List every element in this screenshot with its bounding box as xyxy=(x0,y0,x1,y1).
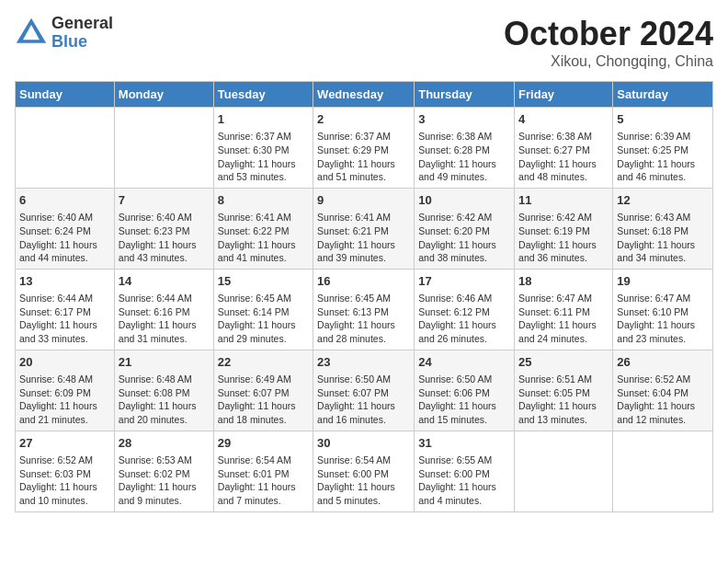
calendar-cell: 28Sunrise: 6:53 AM Sunset: 6:02 PM Dayli… xyxy=(114,431,213,511)
page-header: General Blue October 2024 Xikou, Chongqi… xyxy=(15,15,713,70)
day-info: Sunrise: 6:54 AM Sunset: 6:01 PM Dayligh… xyxy=(218,454,309,508)
day-info: Sunrise: 6:38 AM Sunset: 6:28 PM Dayligh… xyxy=(418,130,510,184)
calendar-cell: 4Sunrise: 6:38 AM Sunset: 6:27 PM Daylig… xyxy=(515,108,613,189)
day-number: 7 xyxy=(119,192,210,209)
day-info: Sunrise: 6:46 AM Sunset: 6:12 PM Dayligh… xyxy=(418,292,510,346)
header-cell-thursday: Thursday xyxy=(415,82,515,108)
day-number: 22 xyxy=(218,354,309,371)
day-number: 2 xyxy=(317,111,410,128)
logo-line2: Blue xyxy=(51,33,113,52)
calendar-cell: 7Sunrise: 6:40 AM Sunset: 6:23 PM Daylig… xyxy=(114,188,213,269)
header-row: SundayMondayTuesdayWednesdayThursdayFrid… xyxy=(16,82,713,108)
header-cell-wednesday: Wednesday xyxy=(313,82,415,108)
calendar-cell: 14Sunrise: 6:44 AM Sunset: 6:16 PM Dayli… xyxy=(114,269,213,350)
day-info: Sunrise: 6:37 AM Sunset: 6:29 PM Dayligh… xyxy=(317,130,410,184)
day-info: Sunrise: 6:55 AM Sunset: 6:00 PM Dayligh… xyxy=(418,454,510,508)
day-info: Sunrise: 6:49 AM Sunset: 6:07 PM Dayligh… xyxy=(218,373,309,427)
calendar-cell: 23Sunrise: 6:50 AM Sunset: 6:07 PM Dayli… xyxy=(313,350,415,431)
day-info: Sunrise: 6:42 AM Sunset: 6:20 PM Dayligh… xyxy=(418,211,510,265)
day-number: 31 xyxy=(418,435,510,452)
calendar-cell: 16Sunrise: 6:45 AM Sunset: 6:13 PM Dayli… xyxy=(313,269,415,350)
calendar-cell xyxy=(114,108,213,189)
day-info: Sunrise: 6:50 AM Sunset: 6:06 PM Dayligh… xyxy=(418,373,510,427)
day-number: 23 xyxy=(317,354,410,371)
logo: General Blue xyxy=(15,15,113,52)
day-number: 29 xyxy=(218,435,309,452)
calendar-cell: 17Sunrise: 6:46 AM Sunset: 6:12 PM Dayli… xyxy=(415,269,515,350)
calendar-cell xyxy=(16,108,115,189)
day-number: 24 xyxy=(418,354,510,371)
day-number: 30 xyxy=(317,435,410,452)
calendar-cell: 6Sunrise: 6:40 AM Sunset: 6:24 PM Daylig… xyxy=(16,188,115,269)
day-info: Sunrise: 6:37 AM Sunset: 6:30 PM Dayligh… xyxy=(218,130,309,184)
day-info: Sunrise: 6:51 AM Sunset: 6:05 PM Dayligh… xyxy=(518,373,609,427)
day-info: Sunrise: 6:54 AM Sunset: 6:00 PM Dayligh… xyxy=(317,454,410,508)
calendar-cell: 2Sunrise: 6:37 AM Sunset: 6:29 PM Daylig… xyxy=(313,108,415,189)
calendar-cell: 30Sunrise: 6:54 AM Sunset: 6:00 PM Dayli… xyxy=(313,431,415,511)
calendar-cell: 5Sunrise: 6:39 AM Sunset: 6:25 PM Daylig… xyxy=(613,108,713,189)
header-cell-monday: Monday xyxy=(114,82,213,108)
day-number: 20 xyxy=(19,354,110,371)
logo-icon xyxy=(15,17,48,50)
day-info: Sunrise: 6:47 AM Sunset: 6:11 PM Dayligh… xyxy=(518,292,609,346)
day-info: Sunrise: 6:43 AM Sunset: 6:18 PM Dayligh… xyxy=(617,211,709,265)
day-info: Sunrise: 6:48 AM Sunset: 6:08 PM Dayligh… xyxy=(119,373,210,427)
day-number: 27 xyxy=(19,435,110,452)
calendar-cell: 1Sunrise: 6:37 AM Sunset: 6:30 PM Daylig… xyxy=(213,108,313,189)
calendar-cell: 31Sunrise: 6:55 AM Sunset: 6:00 PM Dayli… xyxy=(415,431,515,511)
title-block: October 2024 Xikou, Chongqing, China xyxy=(504,15,713,70)
day-info: Sunrise: 6:41 AM Sunset: 6:22 PM Dayligh… xyxy=(218,211,309,265)
logo-text: General Blue xyxy=(51,15,113,52)
calendar-table: SundayMondayTuesdayWednesdayThursdayFrid… xyxy=(15,81,713,512)
day-number: 19 xyxy=(617,273,709,290)
calendar-header: SundayMondayTuesdayWednesdayThursdayFrid… xyxy=(16,82,713,108)
day-number: 26 xyxy=(617,354,709,371)
calendar-cell: 3Sunrise: 6:38 AM Sunset: 6:28 PM Daylig… xyxy=(415,108,515,189)
day-number: 5 xyxy=(617,111,709,128)
day-number: 4 xyxy=(518,111,609,128)
day-number: 1 xyxy=(218,111,309,128)
day-info: Sunrise: 6:41 AM Sunset: 6:21 PM Dayligh… xyxy=(317,211,410,265)
day-info: Sunrise: 6:44 AM Sunset: 6:16 PM Dayligh… xyxy=(119,292,210,346)
day-number: 9 xyxy=(317,192,410,209)
header-cell-saturday: Saturday xyxy=(613,82,713,108)
calendar-cell: 11Sunrise: 6:42 AM Sunset: 6:19 PM Dayli… xyxy=(515,188,613,269)
day-number: 28 xyxy=(119,435,210,452)
calendar-cell: 10Sunrise: 6:42 AM Sunset: 6:20 PM Dayli… xyxy=(415,188,515,269)
day-number: 18 xyxy=(518,273,609,290)
day-info: Sunrise: 6:44 AM Sunset: 6:17 PM Dayligh… xyxy=(19,292,110,346)
day-number: 10 xyxy=(418,192,510,209)
calendar-cell: 26Sunrise: 6:52 AM Sunset: 6:04 PM Dayli… xyxy=(613,350,713,431)
calendar-week-3: 20Sunrise: 6:48 AM Sunset: 6:09 PM Dayli… xyxy=(16,350,713,431)
calendar-cell: 9Sunrise: 6:41 AM Sunset: 6:21 PM Daylig… xyxy=(313,188,415,269)
day-info: Sunrise: 6:40 AM Sunset: 6:24 PM Dayligh… xyxy=(19,211,110,265)
calendar-cell: 15Sunrise: 6:45 AM Sunset: 6:14 PM Dayli… xyxy=(213,269,313,350)
page-title: October 2024 xyxy=(504,15,713,53)
day-number: 13 xyxy=(19,273,110,290)
calendar-cell: 29Sunrise: 6:54 AM Sunset: 6:01 PM Dayli… xyxy=(213,431,313,511)
day-number: 12 xyxy=(617,192,709,209)
day-number: 3 xyxy=(418,111,510,128)
calendar-cell: 13Sunrise: 6:44 AM Sunset: 6:17 PM Dayli… xyxy=(16,269,115,350)
day-info: Sunrise: 6:48 AM Sunset: 6:09 PM Dayligh… xyxy=(19,373,110,427)
calendar-cell: 27Sunrise: 6:52 AM Sunset: 6:03 PM Dayli… xyxy=(16,431,115,511)
calendar-cell: 24Sunrise: 6:50 AM Sunset: 6:06 PM Dayli… xyxy=(415,350,515,431)
day-number: 21 xyxy=(119,354,210,371)
calendar-week-0: 1Sunrise: 6:37 AM Sunset: 6:30 PM Daylig… xyxy=(16,108,713,189)
day-info: Sunrise: 6:50 AM Sunset: 6:07 PM Dayligh… xyxy=(317,373,410,427)
day-number: 11 xyxy=(518,192,609,209)
calendar-cell xyxy=(515,431,613,511)
calendar-cell xyxy=(613,431,713,511)
calendar-cell: 21Sunrise: 6:48 AM Sunset: 6:08 PM Dayli… xyxy=(114,350,213,431)
day-info: Sunrise: 6:53 AM Sunset: 6:02 PM Dayligh… xyxy=(119,454,210,508)
day-info: Sunrise: 6:52 AM Sunset: 6:04 PM Dayligh… xyxy=(617,373,709,427)
day-info: Sunrise: 6:47 AM Sunset: 6:10 PM Dayligh… xyxy=(617,292,709,346)
header-cell-tuesday: Tuesday xyxy=(213,82,313,108)
calendar-week-1: 6Sunrise: 6:40 AM Sunset: 6:24 PM Daylig… xyxy=(16,188,713,269)
day-number: 25 xyxy=(518,354,609,371)
day-number: 15 xyxy=(218,273,309,290)
day-info: Sunrise: 6:42 AM Sunset: 6:19 PM Dayligh… xyxy=(518,211,609,265)
day-info: Sunrise: 6:39 AM Sunset: 6:25 PM Dayligh… xyxy=(617,130,709,184)
page-subtitle: Xikou, Chongqing, China xyxy=(504,53,713,70)
calendar-week-4: 27Sunrise: 6:52 AM Sunset: 6:03 PM Dayli… xyxy=(16,431,713,511)
